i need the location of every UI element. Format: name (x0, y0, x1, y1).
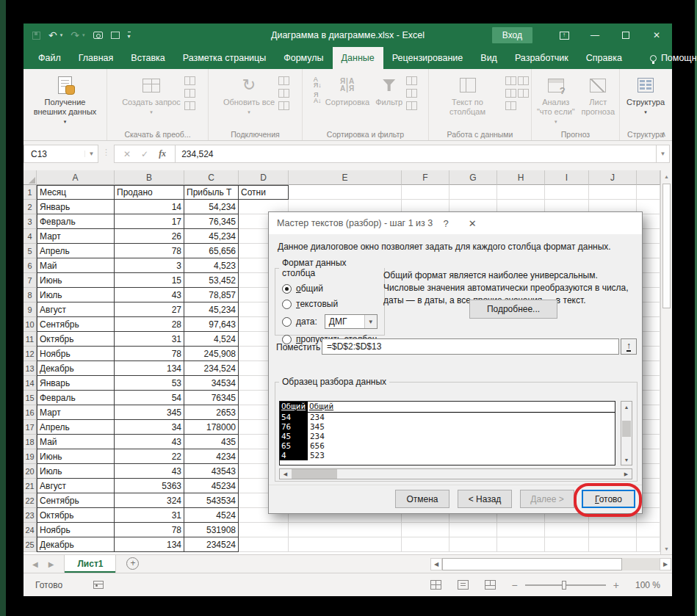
cell-C2[interactable]: 54,234 (184, 200, 239, 214)
sign-in-button[interactable]: Вход (492, 27, 532, 43)
cell-H1[interactable] (497, 185, 545, 200)
cell-A3[interactable]: Февраль (37, 214, 115, 229)
row-header-10[interactable]: 10 (24, 317, 37, 332)
cell-H24[interactable] (497, 523, 545, 537)
cell-A15[interactable]: Февраль (37, 391, 115, 405)
row-header-5[interactable]: 5 (24, 244, 37, 258)
cell-B1[interactable]: Продано (115, 185, 184, 200)
data-validation-icon[interactable] (505, 101, 516, 110)
cell-A13[interactable]: Декабрь (37, 361, 115, 376)
col-header-I[interactable]: I (545, 170, 589, 185)
row-header-25[interactable]: 25 (24, 537, 37, 552)
advanced-filter-icon[interactable] (406, 101, 417, 110)
tab-Справка[interactable]: Справка (577, 47, 631, 69)
preview-row[interactable]: 76345 (280, 422, 615, 432)
cell-A20[interactable]: Июль (37, 464, 115, 479)
text-to-columns-button[interactable]: Текст по столбцам (431, 72, 504, 117)
undo-caret-icon[interactable]: ▾ (60, 32, 63, 38)
preview-hscroll-thumb[interactable] (292, 469, 337, 479)
outline-button[interactable]: Структура ▾ (624, 72, 667, 117)
sort-za-icon[interactable]: ЯА↓ (314, 92, 322, 104)
scroll-right-icon[interactable]: ▶ (621, 469, 632, 479)
cell-C4[interactable]: 45,234 (184, 229, 239, 244)
row-header-12[interactable]: 12 (24, 347, 37, 361)
what-if-analysis-button[interactable]: Анализ "что если" ▾ (534, 72, 578, 126)
row-header-14[interactable]: 14 (24, 376, 37, 391)
properties-icon[interactable] (278, 89, 289, 98)
preview-row[interactable]: 45234 (280, 432, 615, 441)
col-header-E[interactable]: E (289, 170, 402, 185)
col-header-J[interactable]: J (589, 170, 637, 185)
cell-A24[interactable]: Ноябрь (37, 523, 115, 537)
row-header-13[interactable]: 13 (24, 361, 37, 376)
cell-B17[interactable]: 34 (115, 420, 184, 435)
confirm-entry-icon[interactable]: ✓ (141, 149, 148, 159)
cell-C12[interactable]: 245,908 (184, 347, 239, 361)
refresh-all-button[interactable]: ↻ Обновить все ▾ (221, 72, 277, 117)
name-box-dropdown-icon[interactable]: ▼ (84, 151, 98, 157)
cell-E24[interactable] (289, 523, 402, 537)
cell-G24[interactable] (449, 523, 497, 537)
cell-I25[interactable] (545, 537, 589, 552)
cell-B11[interactable]: 31 (115, 332, 184, 347)
cell-J24[interactable] (589, 523, 637, 537)
scroll-left-icon[interactable]: ◀ (280, 469, 291, 479)
cell-A25[interactable]: Декабрь (37, 537, 115, 552)
cell-A1[interactable]: Месяц (37, 185, 115, 200)
tab-Главная[interactable]: Главная (70, 47, 123, 69)
cell-B7[interactable]: 15 (115, 273, 184, 288)
col-header-G[interactable]: G (449, 170, 497, 185)
cell-B5[interactable]: 78 (115, 244, 184, 258)
undo-icon[interactable]: ↶ (48, 30, 57, 40)
scroll-up-icon[interactable]: ▲ (661, 170, 672, 182)
dialog-help-button[interactable]: ? (433, 212, 459, 234)
row-header-15[interactable]: 15 (24, 391, 37, 405)
ribbon-display-options-button[interactable]: ↑ (549, 23, 579, 47)
customize-qat-icon[interactable]: ▾ (128, 32, 131, 40)
cell-A23[interactable]: Октябрь (37, 508, 115, 523)
cell-C11[interactable]: 4,524 (184, 332, 239, 347)
remove-duplicates-icon[interactable] (505, 89, 516, 98)
tab-Файл[interactable]: Файл (29, 47, 70, 69)
preview-col1-header[interactable]: Общий (280, 402, 308, 412)
more-details-button[interactable]: Подробнее... (469, 300, 557, 319)
cell-C20[interactable]: 43543 (184, 464, 239, 479)
col-header-partial[interactable] (637, 170, 660, 185)
collapse-range-button[interactable]: ↑ (621, 338, 637, 355)
connections-icon[interactable] (278, 76, 289, 85)
clear-filter-icon[interactable] (406, 76, 417, 85)
cell-A22[interactable]: Сентябрь (37, 493, 115, 508)
row-header-9[interactable]: 9 (24, 302, 37, 317)
row-header-4[interactable]: 4 (24, 229, 37, 244)
cell-D1[interactable]: Сотни (239, 185, 289, 200)
switch-windows-icon[interactable] (111, 32, 120, 39)
preview-horizontal-scrollbar[interactable]: ◀ ▶ (279, 468, 632, 479)
cell-B4[interactable]: 26 (115, 229, 184, 244)
tab-Разметка страницы[interactable]: Разметка страницы (174, 47, 275, 69)
row-header-3[interactable]: 3 (24, 214, 37, 229)
cell-A17[interactable]: Апрель (37, 420, 115, 435)
horizontal-scroll-track[interactable] (442, 558, 660, 570)
cell-G1[interactable] (449, 185, 497, 200)
cell-C17[interactable]: 178000 (184, 420, 239, 435)
cell-B25[interactable]: 134 (115, 537, 184, 552)
cell-F24[interactable] (402, 523, 449, 537)
cell-J1[interactable] (589, 185, 637, 200)
cell-C19[interactable]: 4234 (184, 449, 239, 464)
row-header-16[interactable]: 16 (24, 405, 37, 420)
cell-A14[interactable]: Январь (37, 376, 115, 391)
normal-view-icon[interactable] (430, 580, 441, 590)
close-button[interactable]: ✕ (641, 23, 672, 47)
show-queries-icon[interactable] (184, 76, 195, 85)
cell-A11[interactable]: Октябрь (37, 332, 115, 347)
cancel-button[interactable]: Отмена (395, 490, 449, 508)
row-header-22[interactable]: 22 (24, 493, 37, 508)
expand-formula-bar-icon[interactable]: ▼ (657, 145, 670, 163)
next-button[interactable]: Далее > (520, 490, 574, 508)
cell-A19[interactable]: Июнь (37, 449, 115, 464)
cell-C25[interactable]: 234524 (184, 537, 239, 552)
forecast-sheet-button[interactable]: Лист прогноза (579, 72, 617, 117)
col-header-D[interactable]: D (239, 170, 289, 185)
cell-A10[interactable]: Сентябрь (37, 317, 115, 332)
back-button[interactable]: < Назад (458, 490, 512, 508)
